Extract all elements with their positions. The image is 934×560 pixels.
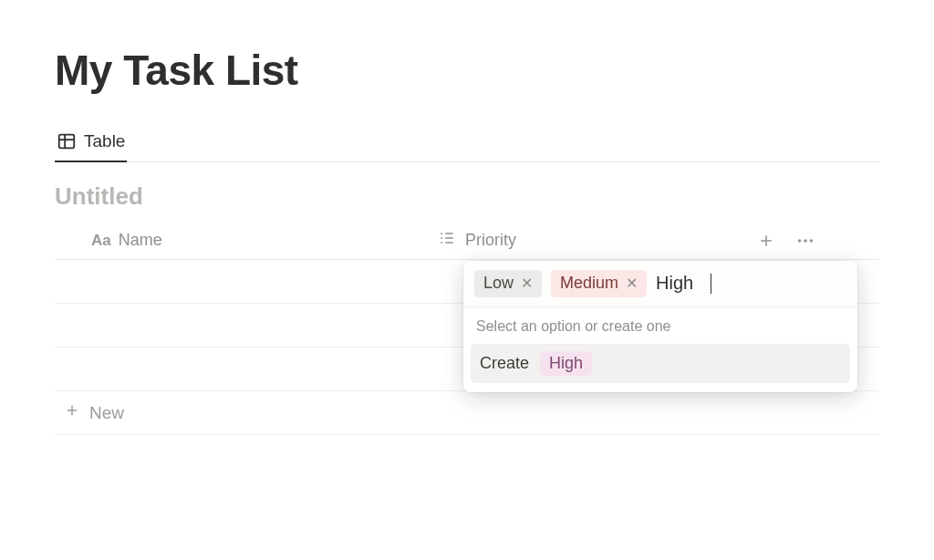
tag-search-input[interactable] [656,273,711,294]
selected-tag-medium[interactable]: Medium ✕ [551,270,647,297]
remove-tag-icon[interactable]: ✕ [626,276,638,291]
column-label: Name [119,231,162,250]
table-header-row: Aa Name Priority [55,222,879,260]
svg-point-11 [798,239,802,243]
tag-label: Medium [560,274,618,294]
database-title[interactable]: Untitled [55,182,879,211]
svg-rect-0 [59,135,75,149]
svg-point-12 [804,239,807,243]
create-option-button[interactable]: Create High [471,344,850,384]
column-label: Priority [465,231,516,250]
table: Aa Name Priority [55,222,879,435]
add-column-button[interactable] [757,232,775,250]
table-icon [57,131,77,151]
tag-label: Low [483,274,514,294]
remove-tag-icon[interactable]: ✕ [521,276,533,291]
selected-tag-low[interactable]: Low ✕ [474,270,542,297]
view-tabs: Table [55,126,879,162]
column-header-name[interactable]: Aa Name [55,231,438,250]
popover-hint: Select an option or create one [463,307,857,340]
text-caret [711,274,711,294]
svg-point-13 [810,239,814,243]
more-options-button[interactable] [795,231,815,251]
column-header-priority[interactable]: Priority [438,229,711,252]
tab-label: Table [84,131,125,151]
tab-table[interactable]: Table [55,126,127,162]
svg-point-5 [441,242,442,244]
new-row-label: New [89,403,124,423]
create-label: Create [480,354,529,373]
new-row-button[interactable]: New [55,391,879,435]
multiselect-icon [438,229,456,252]
create-tag-preview: High [540,351,592,377]
plus-icon [64,402,80,423]
popover-input-row[interactable]: Low ✕ Medium ✕ [463,261,857,307]
page-title: My Task List [55,46,879,95]
text-type-icon: Aa [91,232,111,250]
select-popover: Low ✕ Medium ✕ Select an option or creat… [463,261,857,392]
svg-point-3 [441,233,442,234]
tag-label: High [549,354,583,374]
svg-point-4 [441,237,442,239]
